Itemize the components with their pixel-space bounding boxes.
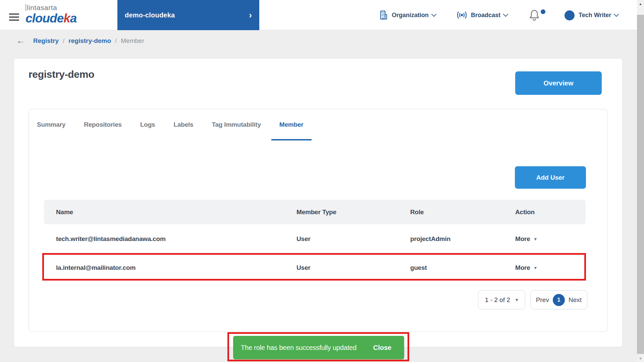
tab-logs[interactable]: Logs: [140, 121, 155, 140]
bell-icon: [529, 9, 540, 21]
tab-summary[interactable]: Summary: [37, 121, 65, 140]
user-name: Tech Writer: [579, 12, 611, 19]
member-name: la.internal@mailinator.com: [44, 264, 297, 272]
pagination-nav: Prev 1 Next: [530, 290, 587, 309]
scroll-down-button[interactable]: ▼: [637, 355, 644, 362]
toast-close-button[interactable]: Close: [373, 344, 391, 352]
top-header: lintasarta cloudeka demo-cloudeka › Orga…: [0, 0, 637, 30]
tab-labels[interactable]: Labels: [173, 121, 193, 140]
tab-tag-immutability[interactable]: Tag Immutability: [212, 121, 261, 140]
logo-cloudeka-text: cloudeka: [25, 12, 76, 24]
pagination-range-label: 1 - 2 of 2: [485, 296, 510, 304]
broadcast-icon: [456, 11, 468, 19]
user-avatar[interactable]: [565, 10, 575, 20]
main-card: registry-demo Overview Summary Repositor…: [14, 59, 622, 347]
pagination-current-page[interactable]: 1: [553, 294, 565, 306]
caret-down-icon: ▾: [534, 265, 537, 271]
hamburger-menu-icon[interactable]: [9, 13, 19, 21]
column-header-member-type: Member Type: [297, 208, 410, 216]
column-header-name: Name: [44, 208, 297, 216]
pagination-prev-button[interactable]: Prev: [536, 296, 549, 304]
breadcrumb-registry[interactable]: Registry: [33, 37, 59, 45]
notifications-button[interactable]: [529, 9, 545, 22]
breadcrumb: ← Registry / registry-demo / Member: [16, 36, 144, 45]
member-type: User: [297, 264, 410, 272]
tab-bar: Summary Repositories Logs Labels Tag Imm…: [37, 121, 304, 140]
notification-dot: [541, 9, 545, 14]
column-header-action: Action: [515, 208, 586, 216]
organization-label: Organization: [392, 12, 429, 19]
tab-repositories[interactable]: Repositories: [84, 121, 122, 140]
member-name: tech.writer@lintasmediadanawa.com: [44, 235, 297, 243]
pagination-next-button[interactable]: Next: [569, 296, 582, 304]
broadcast-label: Broadcast: [471, 12, 500, 19]
project-banner-label: demo-cloudeka: [125, 11, 175, 19]
chevron-down-icon: [503, 11, 508, 17]
table-row-highlighted: la.internal@mailinator.com User guest Mo…: [44, 254, 586, 282]
caret-down-icon: ▾: [534, 236, 537, 242]
scroll-up-button[interactable]: ▲: [637, 0, 644, 7]
member-role: guest: [410, 264, 515, 272]
logo-lintasarta-text: lintasarta: [25, 4, 76, 11]
page-title: registry-demo: [29, 69, 94, 80]
breadcrumb-separator: /: [63, 37, 64, 45]
column-header-role: Role: [410, 208, 515, 216]
more-label: More: [515, 235, 530, 243]
caret-down-icon: ▾: [516, 297, 518, 303]
organization-menu[interactable]: Organization: [378, 8, 436, 22]
pagination-range-dropdown[interactable]: 1 - 2 of 2 ▾: [478, 290, 525, 309]
broadcast-menu[interactable]: Broadcast: [456, 8, 507, 22]
vertical-scrollbar[interactable]: ▲ ▼: [637, 0, 644, 362]
add-user-button[interactable]: Add User: [515, 166, 586, 189]
more-actions-button[interactable]: More ▾: [515, 264, 586, 272]
member-role: projectAdmin: [410, 235, 515, 243]
back-arrow-icon[interactable]: ←: [16, 36, 25, 45]
app-screen: lintasarta cloudeka demo-cloudeka › Orga…: [0, 0, 644, 362]
project-banner[interactable]: demo-cloudeka ›: [117, 0, 259, 30]
cloudeka-logo: lintasarta cloudeka: [25, 4, 76, 24]
building-icon: [378, 10, 388, 20]
chevron-down-icon: [431, 11, 437, 17]
tab-member[interactable]: Member: [279, 121, 304, 140]
scrollbar-thumb[interactable]: [637, 15, 644, 354]
breadcrumb-separator: /: [115, 37, 117, 45]
more-actions-button[interactable]: More ▾: [515, 235, 586, 243]
member-type: User: [297, 235, 410, 243]
banner-chevron-icon: ›: [249, 11, 252, 19]
more-label: More: [515, 264, 530, 272]
detail-panel: Summary Repositories Logs Labels Tag Imm…: [29, 109, 608, 332]
breadcrumb-member: Member: [121, 37, 144, 45]
breadcrumb-registry-demo[interactable]: registry-demo: [68, 37, 111, 45]
user-menu[interactable]: Tech Writer: [579, 8, 618, 22]
table-header-row: Name Member Type Role Action: [44, 200, 586, 224]
members-table: Name Member Type Role Action tech.writer…: [44, 200, 586, 282]
chevron-down-icon: [614, 11, 619, 17]
pagination: 1 - 2 of 2 ▾ Prev 1 Next: [478, 290, 587, 309]
overview-button[interactable]: Overview: [515, 71, 602, 95]
success-toast: The role has been successfully updated C…: [233, 336, 404, 359]
table-row: tech.writer@lintasmediadanawa.com User p…: [44, 224, 586, 254]
toast-message: The role has been successfully updated: [241, 344, 357, 352]
